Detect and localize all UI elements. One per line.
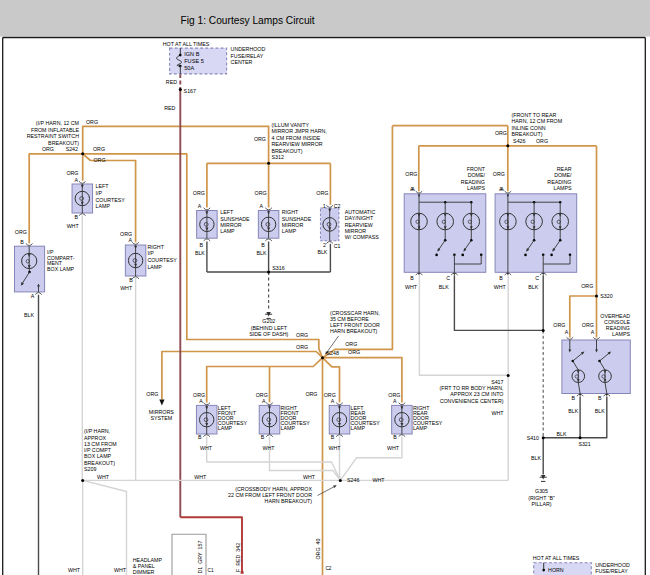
svg-text:A: A — [74, 177, 78, 183]
svg-text:A: A — [591, 329, 595, 335]
svg-text:A: A — [565, 329, 569, 335]
svg-text:1: 1 — [323, 203, 326, 209]
svg-text:ORG: ORG — [193, 190, 205, 196]
svg-text:FUSE/RELAY: FUSE/RELAY — [595, 568, 628, 574]
svg-text:HARN, 12 CM FROM: HARN, 12 CM FROM — [512, 118, 563, 124]
svg-text:ORG: ORG — [495, 130, 507, 136]
svg-text:ORG: ORG — [405, 171, 417, 177]
svg-text:BLK: BLK — [195, 250, 205, 256]
svg-text:WHT: WHT — [68, 567, 81, 573]
svg-text:(FRT TO RR BODY HARN,: (FRT TO RR BODY HARN, — [440, 385, 504, 391]
svg-text:B: B — [199, 242, 203, 248]
svg-text:B: B — [499, 275, 503, 281]
svg-text:MIRROR: MIRROR — [220, 222, 242, 228]
svg-text:B: B — [393, 434, 397, 440]
svg-text:A: A — [499, 186, 503, 192]
svg-text:C2: C2 — [325, 566, 331, 571]
svg-text:BLK: BLK — [257, 250, 267, 256]
svg-text:READING: READING — [547, 179, 571, 185]
svg-text:WHT: WHT — [120, 285, 133, 291]
svg-text:RIGHT: RIGHT — [282, 209, 299, 215]
svg-text:UNDERHOOD: UNDERHOOD — [595, 562, 630, 568]
svg-text:BOX LAMP: BOX LAMP — [47, 266, 75, 272]
svg-text:AUTOMATIC: AUTOMATIC — [345, 209, 376, 215]
svg-text:B: B — [410, 275, 414, 281]
svg-text:S167: S167 — [184, 88, 196, 94]
svg-text:ORG: ORG — [582, 322, 594, 328]
svg-text:WHT: WHT — [262, 445, 275, 451]
svg-text:LEFT FRONT DOOR: LEFT FRONT DOOR — [330, 322, 380, 328]
svg-text:G202: G202 — [262, 318, 275, 324]
svg-text:ORG: ORG — [146, 391, 158, 397]
svg-text:HARN BREAKOUT): HARN BREAKOUT) — [330, 328, 378, 334]
svg-text:ORG: ORG — [254, 136, 266, 142]
svg-text:C1: C1 — [334, 243, 341, 249]
svg-text:S410: S410 — [527, 435, 539, 441]
svg-text:S209: S209 — [84, 466, 96, 472]
svg-text:22 CM FROM LEFT FRONT DOOR: 22 CM FROM LEFT FRONT DOOR — [228, 492, 312, 498]
svg-text:WHT: WHT — [491, 410, 504, 416]
svg-text:ORG: ORG — [305, 391, 317, 397]
svg-text:FUSE/RELAY: FUSE/RELAY — [231, 53, 264, 59]
svg-text:BLK: BLK — [595, 408, 605, 414]
svg-text:HEADLAMP: HEADLAMP — [133, 557, 163, 563]
svg-text:ORG: ORG — [120, 231, 132, 237]
svg-text:BLK: BLK — [439, 284, 449, 290]
svg-text:S312: S312 — [272, 154, 284, 160]
svg-text:F RED 342: F RED 342 — [235, 543, 241, 572]
svg-text:W/ COMPASS: W/ COMPASS — [345, 234, 380, 240]
svg-text:S426: S426 — [513, 138, 525, 144]
svg-text:C2: C2 — [334, 203, 341, 209]
svg-text:REARVIEW MIRROR: REARVIEW MIRROR — [272, 141, 323, 147]
svg-text:ORG: ORG — [42, 146, 54, 152]
svg-text:2: 2 — [323, 242, 326, 248]
svg-text:ORG: ORG — [348, 349, 360, 355]
svg-text:WHT: WHT — [329, 445, 342, 451]
svg-text:B: B — [598, 395, 602, 401]
svg-text:(BEHIND LEFT: (BEHIND LEFT — [251, 325, 288, 331]
svg-text:REARVIEW: REARVIEW — [345, 222, 373, 228]
svg-text:LAMP: LAMP — [282, 228, 297, 234]
svg-text:BLK: BLK — [317, 249, 327, 255]
svg-text:BREAKOUT): BREAKOUT) — [272, 148, 303, 154]
svg-text:SUNSHADE: SUNSHADE — [220, 216, 250, 222]
svg-text:50A: 50A — [184, 65, 194, 71]
svg-text:LAMP: LAMP — [281, 425, 296, 431]
svg-text:LAMP: LAMP — [218, 425, 233, 431]
svg-text:COURTESY: COURTESY — [147, 257, 177, 263]
svg-text:LAMP: LAMP — [351, 425, 366, 431]
svg-text:LEFT: LEFT — [220, 209, 234, 215]
svg-text:PILLAR): PILLAR) — [531, 501, 551, 507]
svg-text:BLK: BLK — [24, 312, 34, 318]
svg-text:A: A — [128, 237, 132, 243]
svg-text:SIDE OF DASH): SIDE OF DASH) — [249, 331, 288, 337]
svg-text:APPROX 23 CM INTO: APPROX 23 CM INTO — [450, 391, 503, 397]
svg-text:A: A — [262, 398, 266, 404]
svg-text:APPROX: APPROX — [84, 435, 107, 441]
svg-text:S246: S246 — [347, 477, 359, 483]
svg-text:& PANEL: & PANEL — [133, 563, 155, 569]
svg-text:ORG: ORG — [536, 138, 548, 144]
svg-text:HARN BREAKOUT): HARN BREAKOUT) — [265, 498, 313, 504]
svg-text:B: B — [129, 277, 133, 283]
svg-text:ORG: ORG — [86, 119, 98, 125]
svg-text:S242: S242 — [66, 146, 78, 152]
svg-text:D1 GRY 157: D1 GRY 157 — [197, 541, 203, 574]
svg-text:A: A — [198, 203, 202, 209]
svg-text:BOX LAMP: BOX LAMP — [84, 453, 112, 459]
svg-text:C: C — [446, 275, 450, 281]
svg-text:RIGHT: RIGHT — [147, 244, 164, 250]
svg-text:REAR: REAR — [557, 166, 572, 172]
svg-text:ORG: ORG — [93, 146, 105, 152]
svg-text:A: A — [393, 398, 397, 404]
svg-text:ORG: ORG — [66, 170, 78, 176]
svg-text:(I/P HARN,: (I/P HARN, — [84, 428, 110, 434]
svg-text:4 CM FROM INSIDE: 4 CM FROM INSIDE — [272, 135, 321, 141]
svg-text:BLK: BLK — [528, 284, 538, 290]
svg-text:13 CM FROM: 13 CM FROM — [84, 441, 117, 447]
svg-text:S417: S417 — [491, 379, 503, 385]
svg-text:B: B — [261, 242, 265, 248]
svg-text:WHT: WHT — [114, 567, 127, 573]
svg-text:SYSTEM: SYSTEM — [150, 415, 172, 421]
svg-text:LAMPS: LAMPS — [612, 331, 630, 337]
